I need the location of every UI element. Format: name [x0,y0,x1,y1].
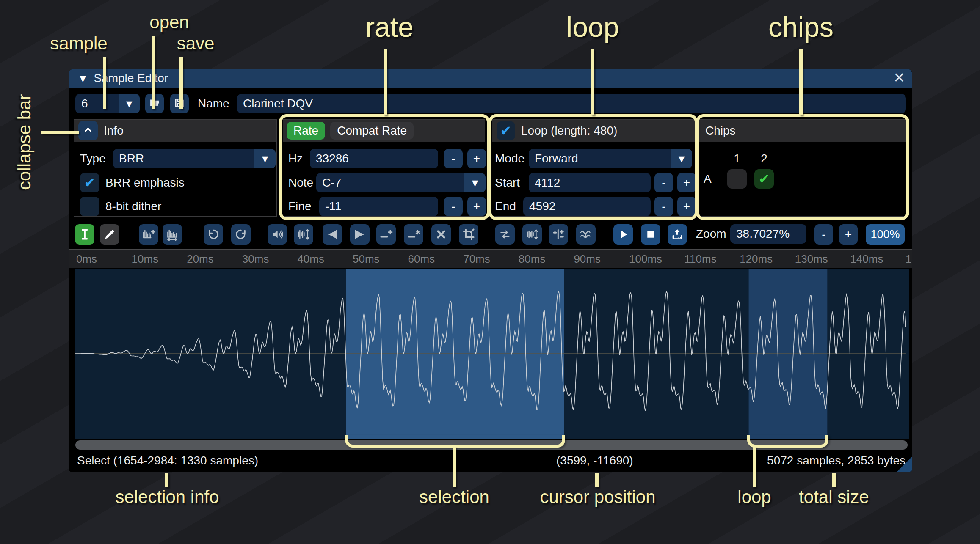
redo-button[interactable] [231,224,251,245]
hz-field[interactable]: 33286 [310,149,438,168]
undo-button[interactable] [204,224,223,245]
make-instrument-button[interactable] [668,224,687,245]
zoom-value-field[interactable]: 38.7027% [730,224,806,244]
title-bar[interactable]: ▼ Sample Editor × [69,69,912,88]
zoom-in-button[interactable]: + [839,224,858,245]
chip-1-checkbox[interactable] [727,169,747,189]
brr-emphasis-checkbox[interactable]: ✔ [80,173,99,192]
annotation-line [165,473,168,487]
fade-out-button[interactable] [350,224,370,245]
check-icon: ✔ [759,171,770,187]
desktop-background: ▼ Sample Editor × 6 ▼ Name Clarinet DQV [0,0,980,544]
resize-button[interactable] [139,224,158,245]
select-mode-button[interactable] [75,224,94,245]
close-icon[interactable]: × [894,69,905,88]
window-collapse-icon[interactable]: ▼ [80,73,86,83]
resize-grip[interactable] [897,456,912,472]
waves-icon [166,228,179,241]
note-dropdown[interactable]: C-7 ▼ [316,173,486,192]
zoom-label: Zoom [696,224,726,244]
loop-end-field[interactable]: 4592 [523,197,651,216]
annotation-total-size: total size [799,487,869,507]
annotation-line [453,447,456,487]
undo-icon [207,228,220,241]
stop-icon [644,228,657,241]
dither-checkbox[interactable] [80,197,99,216]
redo-icon [234,228,248,241]
trim-button[interactable] [459,224,478,245]
signed-unsigned-button[interactable] [549,224,568,245]
separator [69,249,912,250]
status-separator [787,453,787,469]
type-label: Type [80,149,106,168]
chevron-down-icon: ▼ [464,173,486,192]
trim-icon [462,228,475,241]
annotation-loop-bracket [747,435,828,448]
timeline-tick: 150ms [905,250,912,268]
chips-panel-header: Chips [699,120,906,142]
annotation-line [103,57,106,109]
delete-button[interactable] [431,224,451,245]
apply-silence-button[interactable] [404,224,423,245]
fine-decrease-button[interactable]: - [444,197,463,216]
note-value: C-7 [322,173,341,192]
timeline-tick: 0ms [76,250,97,268]
rate-panel: Rate Compat Rate Hz 33286 - + Note C-7 ▼… [283,119,485,217]
fadein-icon [326,228,339,241]
preview-stop-button[interactable] [641,224,660,245]
loop-mode-dropdown[interactable]: Forward ▼ [529,149,692,168]
invert-button[interactable] [522,224,542,245]
insert-silence-button[interactable] [376,224,396,245]
chip-2-checkbox[interactable]: ✔ [754,169,774,189]
filter-button[interactable] [576,224,596,245]
zoom-reset-button[interactable]: 100% [866,224,905,245]
sample-name-field[interactable]: Clarinet DQV [237,94,906,113]
fade-in-button[interactable] [323,224,342,245]
waveform-display[interactable] [75,269,909,439]
loop-end-decrease-button[interactable]: - [654,197,673,216]
annotation-line [832,473,836,487]
preview-play-button[interactable] [613,224,633,245]
annotation-selection: selection [419,487,489,507]
sample-index-dropdown[interactable]: 6 ▼ [75,94,140,113]
zoom-out-button[interactable]: - [814,224,833,245]
hz-increase-button[interactable]: + [467,149,486,168]
fine-field[interactable]: -11 [319,197,438,216]
info-panel: Info Type BRR ▼ ✔ BRR emphasis 8-bit dit… [74,119,277,217]
loop-start-field[interactable]: 4112 [529,173,651,192]
sample-type-dropdown[interactable]: BRR ▼ [113,149,276,168]
loop-end-label: End [495,197,516,216]
annotation-line [799,49,803,115]
amplify-button[interactable] [268,224,287,245]
loop-end-increase-button[interactable]: + [677,197,696,216]
annotation-loop-bottom: loop [737,487,771,507]
wavenorm-icon [297,228,310,241]
zoom-value: 38.7027% [736,227,790,240]
hz-decrease-button[interactable]: - [444,149,463,168]
chevron-up-icon [83,124,94,137]
filter-icon [579,228,593,241]
reverse-button[interactable] [495,224,515,245]
annotation-line [152,36,155,109]
name-label: Name [198,94,229,113]
timeline-ruler[interactable]: 0ms10ms20ms30ms40ms50ms60ms70ms80ms90ms1… [69,250,912,268]
timeline-tick: 100ms [629,250,662,268]
normalize-button[interactable] [294,224,313,245]
tab-compat-rate[interactable]: Compat Rate [330,122,414,140]
fine-increase-button[interactable]: + [467,197,486,216]
tab-rate[interactable]: Rate [287,122,325,140]
chips-panel: Chips 1 2 A ✔ [699,119,906,217]
loop-enable-checkbox[interactable]: ✔ [497,121,515,140]
collapse-info-button[interactable] [78,121,98,140]
fine-label: Fine [288,197,311,216]
fine-value: -11 [325,200,341,213]
chips-panel-title: Chips [705,124,736,137]
total-size-text: 5072 samples, 2853 bytes [767,450,905,472]
invert-icon [525,228,539,241]
timeline-tick: 130ms [795,250,828,268]
draw-mode-button[interactable] [100,224,119,245]
timeline-tick: 120ms [740,250,773,268]
loop-start-decrease-button[interactable]: - [654,173,673,192]
resample-button[interactable] [163,224,182,245]
loop-start-increase-button[interactable]: + [677,173,696,192]
